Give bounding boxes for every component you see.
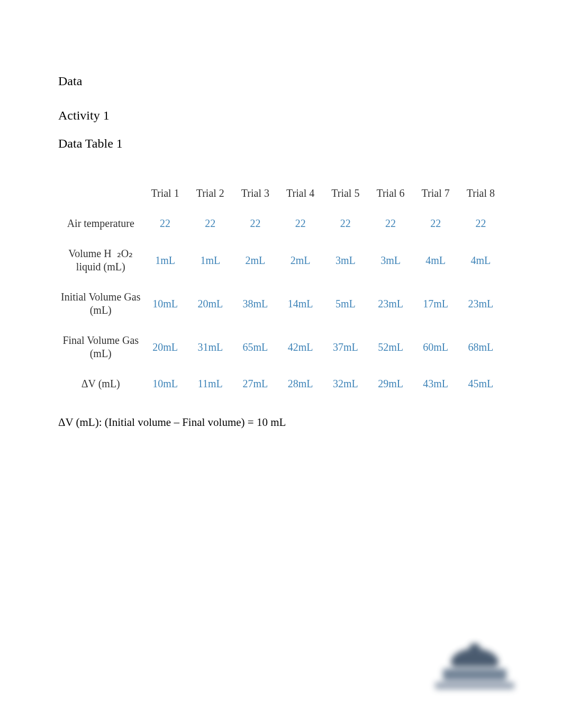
data-cell: 31mL [188,326,232,368]
col-header: Trial 6 [368,179,412,207]
col-header: Trial 7 [414,179,458,207]
data-table: Trial 1 Trial 2 Trial 3 Trial 4 Trial 5 … [58,177,504,400]
data-table-wrapper: Trial 1 Trial 2 Trial 3 Trial 4 Trial 5 … [58,177,504,400]
delta-v-formula: ΔV (mL): (Initial volume – Final volume)… [58,416,504,429]
table-row: ΔV (mL) 10mL 11mL 27mL 28mL 32mL 29mL 43… [59,370,503,398]
data-cell: 65mL [233,326,277,368]
data-cell: 27mL [233,370,277,398]
data-cell: 17mL [414,283,458,324]
data-cell: 23mL [368,283,412,324]
data-cell: 20mL [143,326,187,368]
data-cell: 22 [278,210,322,238]
heading-table-title: Data Table 1 [58,136,504,151]
data-cell: 38mL [233,283,277,324]
data-cell: 32mL [323,370,367,398]
col-header: Trial 5 [323,179,367,207]
table-row: Final Volume Gas (mL) 20mL 31mL 65mL 42m… [59,326,503,368]
data-cell: 5mL [323,283,367,324]
heading-data: Data [58,74,504,88]
row-label-text: Volume H ₂O₂ liquid (mL) [68,248,133,272]
col-header: Trial 2 [188,179,232,207]
data-cell: 43mL [414,370,458,398]
table-row: Air temperature 22 22 22 22 22 22 22 22 [59,210,503,238]
data-cell: 3mL [368,240,412,281]
table-row: Volume H ₂O₂ liquid (mL) 1mL 1mL 2mL 2mL… [59,240,503,281]
row-label: Air temperature [59,210,142,238]
data-cell: 23mL [459,283,503,324]
data-cell: 22 [459,210,503,238]
data-cell: 22 [368,210,412,238]
data-cell: 14mL [278,283,322,324]
data-cell: 3mL [323,240,367,281]
data-cell: 10mL [143,283,187,324]
row-label: Initial Volume Gas (mL) [59,283,142,324]
row-label-h2o2: Volume H ₂O₂ liquid (mL) [59,240,142,281]
table-header-blank [59,179,142,207]
data-cell: 22 [143,210,187,238]
data-cell: 1mL [143,240,187,281]
table-header-row: Trial 1 Trial 2 Trial 3 Trial 4 Trial 5 … [59,179,503,207]
data-cell: 22 [233,210,277,238]
heading-activity: Activity 1 [58,108,504,123]
data-cell: 22 [188,210,232,238]
col-header: Trial 4 [278,179,322,207]
data-cell: 11mL [188,370,232,398]
data-cell: 4mL [414,240,458,281]
table-row: Initial Volume Gas (mL) 10mL 20mL 38mL 1… [59,283,503,324]
data-cell: 52mL [368,326,412,368]
data-cell: 45mL [459,370,503,398]
data-cell: 42mL [278,326,322,368]
row-label: ΔV (mL) [59,370,142,398]
col-header: Trial 3 [233,179,277,207]
data-cell: 29mL [368,370,412,398]
data-cell: 4mL [459,240,503,281]
data-cell: 22 [414,210,458,238]
data-cell: 2mL [233,240,277,281]
data-cell: 1mL [188,240,232,281]
col-header: Trial 8 [459,179,503,207]
data-cell: 22 [323,210,367,238]
data-cell: 20mL [188,283,232,324]
data-cell: 2mL [278,240,322,281]
col-header: Trial 1 [143,179,187,207]
data-cell: 37mL [323,326,367,368]
watermark-icon [435,649,514,696]
data-cell: 10mL [143,370,187,398]
row-label: Final Volume Gas (mL) [59,326,142,368]
data-cell: 60mL [414,326,458,368]
data-cell: 28mL [278,370,322,398]
data-cell: 68mL [459,326,503,368]
